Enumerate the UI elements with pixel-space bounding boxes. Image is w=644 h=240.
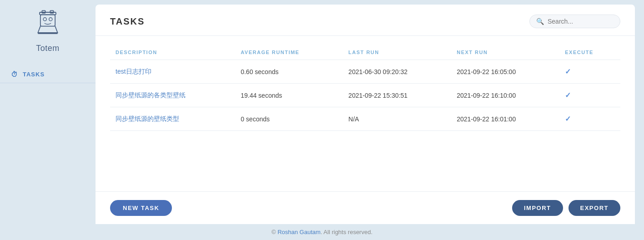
task-last-run: 2021-06-30 09:20:32 <box>343 60 451 84</box>
task-last-run: 2021-09-22 15:30:51 <box>343 84 451 107</box>
table-row: 同步壁纸源的壁纸类型0 secondsN/A2021-09-22 16:01:0… <box>110 107 620 131</box>
task-description-link[interactable]: 同步壁纸源的各类型壁纸 <box>116 91 186 99</box>
page-title: TASKS <box>110 16 145 27</box>
col-avg-runtime: AVERAGE RUNTIME <box>235 45 343 60</box>
table-row: 同步壁纸源的各类型壁纸19.44 seconds2021-09-22 15:30… <box>110 84 620 107</box>
svg-point-4 <box>43 18 46 21</box>
search-icon: 🔍 <box>536 18 544 25</box>
logo-area: Totem <box>31 8 64 53</box>
tasks-table: DESCRIPTION AVERAGE RUNTIME LAST RUN NEX… <box>110 45 620 131</box>
search-box[interactable]: 🔍 <box>529 15 620 28</box>
task-execute: ✓ <box>559 107 620 131</box>
task-avg-runtime: 0 seconds <box>235 107 343 131</box>
table-row: test日志打印0.60 seconds2021-06-30 09:20:322… <box>110 60 620 84</box>
main-panel: TASKS 🔍 DESCRIPTION AVERAGE RUNTIME LAST… <box>96 5 635 224</box>
tasks-table-area: DESCRIPTION AVERAGE RUNTIME LAST RUN NEX… <box>96 36 635 191</box>
col-execute: EXECUTE <box>559 45 620 60</box>
col-description: DESCRIPTION <box>110 45 235 60</box>
sidebar-item-tasks[interactable]: ⏱ TASKS <box>0 66 96 83</box>
tasks-nav-icon: ⏱ <box>11 70 18 78</box>
col-next-run: NEXT RUN <box>451 45 559 60</box>
import-button[interactable]: IMPORT <box>512 200 563 216</box>
copyright-link[interactable]: Roshan Gautam <box>277 229 321 235</box>
execute-check-icon[interactable]: ✓ <box>565 68 571 75</box>
sidebar-item-tasks-label: TASKS <box>23 71 45 78</box>
task-execute: ✓ <box>559 84 620 107</box>
table-header: DESCRIPTION AVERAGE RUNTIME LAST RUN NEX… <box>110 45 620 60</box>
svg-rect-2 <box>50 10 53 13</box>
task-description-link[interactable]: test日志打印 <box>116 68 151 75</box>
export-button[interactable]: EXPORT <box>569 200 620 216</box>
main-footer: NEW TASK IMPORT EXPORT <box>96 191 635 224</box>
svg-rect-1 <box>42 10 45 13</box>
task-avg-runtime: 19.44 seconds <box>235 84 343 107</box>
task-next-run: 2021-09-22 16:01:00 <box>451 107 559 131</box>
sidebar-nav: ⏱ TASKS <box>0 66 96 83</box>
main-header: TASKS 🔍 <box>96 5 635 36</box>
svg-point-5 <box>49 18 52 21</box>
task-execute: ✓ <box>559 60 620 84</box>
page-footer: © Roshan Gautam. All rights reserved. <box>0 224 644 240</box>
search-input[interactable] <box>548 18 614 25</box>
task-last-run: N/A <box>343 107 451 131</box>
brand-name: Totem <box>36 44 60 53</box>
new-task-button[interactable]: NEW TASK <box>110 200 172 216</box>
col-last-run: LAST RUN <box>343 45 451 60</box>
execute-check-icon[interactable]: ✓ <box>565 91 571 99</box>
execute-check-icon[interactable]: ✓ <box>565 115 571 123</box>
copyright-text: © Roshan Gautam. All rights reserved. <box>272 229 372 235</box>
task-avg-runtime: 0.60 seconds <box>235 60 343 84</box>
task-description-link[interactable]: 同步壁纸源的壁纸类型 <box>116 115 179 122</box>
sidebar: Totem ⏱ TASKS <box>0 0 96 224</box>
totem-logo-icon <box>31 8 64 41</box>
footer-right-buttons: IMPORT EXPORT <box>512 200 620 216</box>
task-next-run: 2021-09-22 16:10:00 <box>451 84 559 107</box>
table-body: test日志打印0.60 seconds2021-06-30 09:20:322… <box>110 60 620 131</box>
task-next-run: 2021-09-22 16:05:00 <box>451 60 559 84</box>
